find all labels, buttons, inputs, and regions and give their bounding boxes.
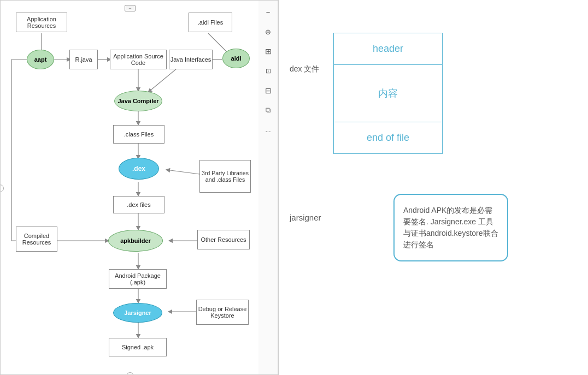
app-source-box: Application Source Code: [110, 50, 167, 69]
toolbar: − ⊕ ⊞ ⊡ ⊟ ⧉ ...: [258, 1, 278, 375]
zoom-in-icon[interactable]: ⊞: [262, 45, 274, 57]
left-handle: [0, 184, 4, 192]
diagram-area: Application Resources .aidl Files aapt R…: [1, 1, 260, 375]
hcf-box: header 内容 end of file: [333, 33, 443, 154]
third-party-box: 3rd Party Libraries and .class Files: [199, 160, 251, 193]
hcf-header: header: [334, 33, 442, 65]
layers-icon[interactable]: ⊕: [262, 26, 274, 38]
debug-release-box: Debug or Release Keystore: [196, 300, 249, 325]
aapt-oval: aapt: [27, 50, 54, 69]
minimize-button[interactable]: −: [125, 5, 136, 11]
java-compiler-oval: Java Compiler: [114, 91, 162, 111]
aidl-files-box: .aidl Files: [189, 13, 232, 32]
svg-line-5: [148, 66, 180, 92]
other-resources-box: Other Resources: [197, 230, 250, 249]
info-box: Android APK的发布是必需要签名. Jarsigner.exe 工具与证…: [393, 194, 508, 261]
jarsigner-label: jarsigner: [290, 213, 321, 222]
bottom-handle: [126, 372, 134, 375]
copy-icon[interactable]: ⧉: [262, 104, 274, 116]
info-text: Android APK的发布是必需要签名. Jarsigner.exe 工具与证…: [403, 206, 498, 249]
compiled-resources-box: Compiled Resources: [16, 227, 57, 252]
dex-label: dex 文件: [290, 64, 319, 74]
resize-icon[interactable]: ⊟: [262, 85, 274, 97]
crop-icon[interactable]: ⊡: [262, 65, 274, 77]
right-panel: dex 文件 header 内容 end of file jarsigner A…: [279, 0, 588, 375]
signed-apk-box: Signed .apk: [109, 338, 167, 356]
hcf-footer: end of file: [334, 122, 442, 153]
diagram-panel: Application Resources .aidl Files aapt R…: [0, 0, 279, 375]
aidl-oval: aidl: [222, 49, 250, 68]
class-files-box: .class Files: [113, 125, 164, 144]
hcf-content: 内容: [334, 65, 442, 122]
dex-oval: .dex: [119, 158, 159, 180]
more-icon[interactable]: ...: [262, 124, 274, 136]
jarsigner-oval: Jarsigner: [113, 303, 162, 323]
java-interfaces-box: Java Interfaces: [169, 50, 213, 69]
minus-icon[interactable]: −: [262, 6, 274, 18]
rjava-box: R.java: [69, 50, 98, 69]
app-resources-box: Application Resources: [16, 13, 67, 32]
dex-files-box: .dex files: [113, 196, 164, 213]
apkbuilder-oval: apkbuilder: [108, 230, 163, 252]
android-package-box: Android Package (.apk): [109, 269, 167, 289]
